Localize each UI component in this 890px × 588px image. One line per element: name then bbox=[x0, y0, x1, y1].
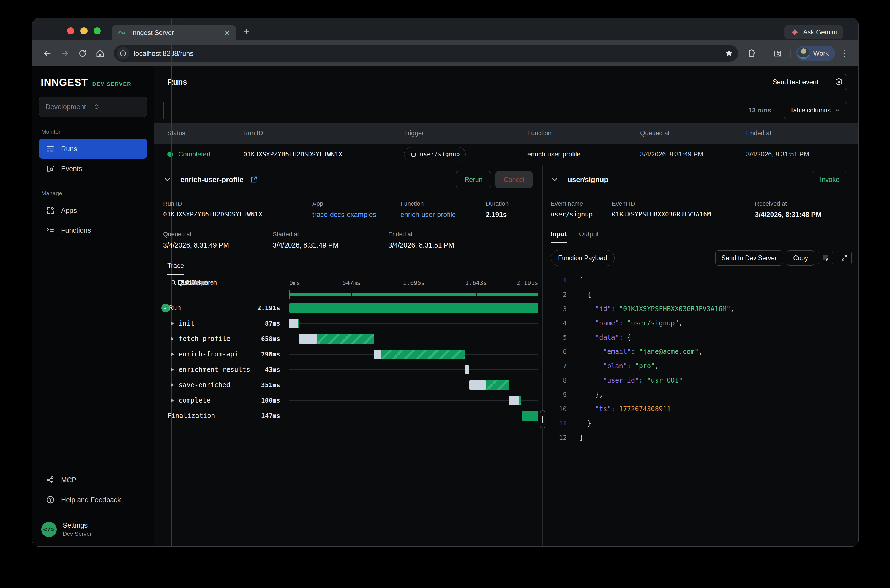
trigger-badge[interactable]: user/signup bbox=[404, 147, 466, 162]
external-link-icon[interactable] bbox=[250, 176, 258, 184]
trace-segment-wait bbox=[374, 350, 381, 359]
minimize-window-button[interactable] bbox=[80, 27, 87, 34]
table-columns-button[interactable]: Table columns bbox=[784, 102, 847, 119]
payload-json-code[interactable]: 1[2 {3 "id": "01KJXSYPSFHBXX03GRJFV3A16M… bbox=[551, 273, 858, 445]
trace-row-save-enriched[interactable]: save-enriched351ms bbox=[154, 377, 543, 393]
trace-step-duration: 147ms bbox=[154, 412, 280, 419]
apps-grid-icon bbox=[46, 206, 55, 215]
sidebar-item-help[interactable]: Help and Feedback bbox=[39, 490, 147, 510]
trace-row-run[interactable]: ✓Run2.191s bbox=[154, 300, 543, 316]
expand-icon[interactable] bbox=[837, 250, 852, 266]
trace-span-bar[interactable] bbox=[289, 365, 538, 374]
collapse-run-chevron-icon[interactable] bbox=[163, 176, 171, 184]
trace-row-init[interactable]: init87ms bbox=[154, 316, 543, 331]
trace-segment-wait bbox=[299, 334, 317, 344]
sidebar-footer: MCP Help and Feedback </> Settings Dev bbox=[39, 470, 147, 546]
trace-segment-wait bbox=[469, 380, 486, 390]
gemini-sparkle-icon bbox=[790, 28, 799, 37]
line-number: 1 bbox=[551, 277, 567, 284]
app-shell: INNGEST DEV SERVER Development Monitor R… bbox=[33, 66, 858, 546]
dev-server-badge: DEV SERVER bbox=[92, 81, 131, 87]
trace-segment-exec bbox=[486, 380, 510, 390]
code-line: 12] bbox=[551, 430, 858, 445]
code-line: 6 "email": "jane@acme.com", bbox=[551, 345, 858, 359]
queued-at-value: 3/4/2026, 8:31:49 PM bbox=[163, 241, 273, 249]
run-fields-row1: Run ID 01KJXSYPZYB6TH2DSDSYETWN1X App tr… bbox=[163, 200, 543, 219]
show-search-button[interactable]: Show search bbox=[164, 102, 164, 119]
cancel-button[interactable]: Cancel bbox=[495, 171, 532, 188]
word-wrap-icon[interactable] bbox=[818, 250, 833, 266]
column-queued-at: Queued at bbox=[640, 129, 746, 137]
fullscreen-window-button[interactable] bbox=[93, 27, 101, 34]
sidebar-item-mcp[interactable]: MCP bbox=[39, 470, 147, 490]
inngest-favicon-icon bbox=[118, 28, 126, 37]
trace-waterfall: 0ms547ms1.095s1.643s2.191s ✓Run2.191sini… bbox=[154, 279, 543, 423]
function-payload-pill[interactable]: Function Payload bbox=[551, 250, 615, 266]
reload-icon[interactable] bbox=[75, 46, 90, 61]
send-to-dev-server-button[interactable]: Send to Dev Server bbox=[715, 250, 783, 266]
browser-menu-icon[interactable]: ⋮ bbox=[837, 49, 851, 58]
rerun-button[interactable]: Rerun bbox=[456, 171, 491, 188]
trace-span-bar[interactable] bbox=[289, 396, 538, 405]
runs-list-icon bbox=[46, 144, 55, 153]
run-table-row[interactable]: Completed 01KJXSYPZYB6TH2DSDSYETWN1X use… bbox=[154, 144, 858, 165]
code-line: 4 "name": "user/signup", bbox=[551, 316, 858, 330]
line-number: 5 bbox=[551, 334, 567, 341]
profile-chip[interactable]: Work bbox=[796, 46, 835, 61]
sidebar-item-runs[interactable]: Runs bbox=[39, 139, 147, 159]
trace-row-finalization[interactable]: Finalization147ms bbox=[154, 408, 543, 423]
invoke-button[interactable]: Invoke bbox=[812, 171, 847, 188]
tab-input[interactable]: Input bbox=[551, 230, 567, 243]
function-link[interactable]: enrich-user-profile bbox=[400, 211, 486, 219]
run-id-value: 01KJXSYPZYB6TH2DSDSYETWN1X bbox=[163, 211, 312, 218]
forward-icon[interactable] bbox=[57, 46, 73, 61]
trace-span-bar[interactable] bbox=[289, 303, 538, 313]
close-window-button[interactable] bbox=[67, 27, 74, 34]
trace-tabbar: Trace bbox=[167, 262, 543, 275]
extensions-icon[interactable] bbox=[744, 46, 759, 61]
trace-row-enrich-from-api[interactable]: enrich-from-api798ms bbox=[154, 346, 543, 362]
avatar bbox=[798, 48, 809, 59]
run-detail-panel: enrich-user-profile Rerun Cancel bbox=[154, 165, 543, 546]
profile-label: Work bbox=[813, 50, 828, 57]
trace-span-bar[interactable] bbox=[289, 319, 538, 328]
collapse-event-chevron-icon[interactable] bbox=[551, 176, 559, 184]
environment-selector[interactable]: Development bbox=[39, 96, 147, 117]
site-info-icon[interactable] bbox=[117, 47, 129, 60]
sidebar-item-functions[interactable]: Functions bbox=[39, 220, 147, 240]
home-icon[interactable] bbox=[92, 46, 108, 61]
back-icon[interactable] bbox=[40, 46, 55, 61]
trace-span-bar[interactable] bbox=[289, 411, 538, 420]
sidebar-item-events[interactable]: Events bbox=[39, 159, 147, 178]
ask-gemini-button[interactable]: Ask Gemini bbox=[784, 25, 843, 39]
ended-at-value: 3/4/2026, 8:31:51 PM bbox=[388, 241, 454, 249]
ask-gemini-label: Ask Gemini bbox=[803, 28, 837, 36]
trace-row-enrichment-results[interactable]: enrichment-results43ms bbox=[154, 362, 543, 377]
trace-segment-exec bbox=[519, 396, 521, 405]
code-line: 8 "user_id": "usr_001" bbox=[551, 373, 858, 387]
tab-search-icon[interactable] bbox=[770, 46, 785, 61]
close-tab-icon[interactable]: ✕ bbox=[224, 29, 230, 36]
trace-span-bar[interactable] bbox=[289, 380, 538, 390]
timeline-minimap[interactable] bbox=[154, 290, 543, 300]
new-tab-button[interactable]: + bbox=[243, 25, 250, 37]
run-function: enrich-user-profile bbox=[527, 150, 640, 158]
trace-span-bar[interactable] bbox=[289, 350, 538, 359]
settings-link[interactable]: </> Settings Dev Server bbox=[39, 515, 147, 544]
sidebar-item-apps[interactable]: Apps bbox=[39, 201, 147, 220]
trace-segment-wait bbox=[510, 396, 519, 405]
tab-output[interactable]: Output bbox=[579, 230, 599, 243]
run-id: 01KJXSYPZYB6TH2DSDSYETWN1X bbox=[243, 151, 404, 158]
app-link[interactable]: trace-docs-examples bbox=[312, 211, 400, 219]
trace-segment-solid bbox=[522, 411, 538, 420]
send-test-event-button[interactable]: Send test event bbox=[765, 74, 827, 90]
run-detail-title: enrich-user-profile bbox=[180, 176, 244, 184]
trace-row-fetch-profile[interactable]: fetch-profile658ms bbox=[154, 331, 543, 346]
bookmark-star-icon[interactable] bbox=[725, 49, 733, 57]
copy-button[interactable]: Copy bbox=[787, 250, 814, 266]
trace-span-bar[interactable] bbox=[289, 334, 538, 344]
section-label-manage: Manage bbox=[41, 190, 145, 196]
trace-row-complete[interactable]: complete100ms bbox=[154, 393, 543, 408]
settings-gear-button[interactable] bbox=[831, 74, 847, 90]
tab-trace[interactable]: Trace bbox=[167, 262, 184, 275]
